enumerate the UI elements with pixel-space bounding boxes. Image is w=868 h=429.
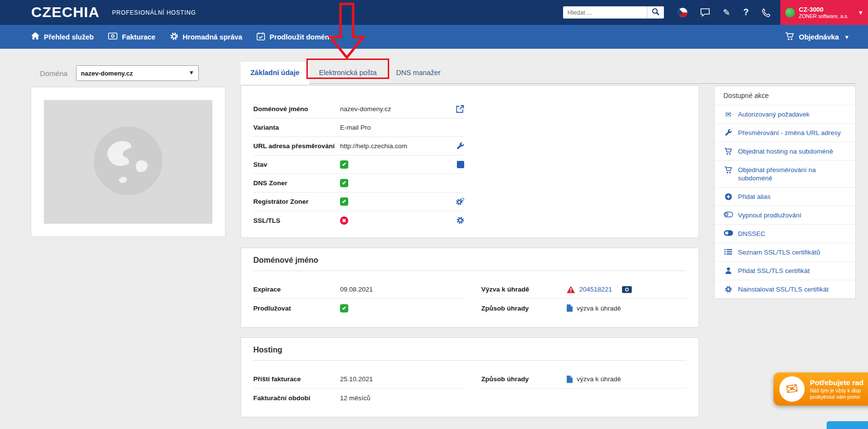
plus-circle-icon [723, 193, 733, 200]
row-label: Způsob úhrady [481, 375, 566, 383]
action-label: Přidat alias [738, 193, 771, 201]
nav-item-hromadna-sprava[interactable]: Hromadná správa [170, 32, 243, 42]
status-error-icon: ✖ [340, 216, 348, 225]
row-value: http://help.czechia.com [340, 142, 407, 150]
domain-selector: nazev-domeny.cz ▼ [76, 65, 199, 81]
file-icon [566, 304, 573, 312]
envelope-icon: ✉ [785, 381, 799, 397]
search-button[interactable] [647, 6, 664, 19]
logo[interactable]: CZECHIA [31, 4, 99, 20]
detail-tabs: Základní údaje Elektronická pošta DNS ma… [241, 62, 856, 84]
cart-icon [785, 32, 794, 42]
status-ok-icon: ✔ [340, 160, 348, 169]
row-value: 09.08.2021 [340, 286, 373, 293]
gears-icon[interactable] [456, 197, 464, 206]
row-value: 12 měsíců [340, 394, 370, 402]
file-icon [566, 375, 573, 383]
card-left-column: Příští fakturace 25.10.2021 Fakturační o… [253, 370, 464, 407]
wrench-icon [723, 129, 733, 136]
divider [253, 360, 686, 361]
gear-icon[interactable] [456, 216, 464, 224]
phone-icon[interactable] [762, 8, 771, 17]
external-link-icon[interactable] [456, 105, 464, 113]
cart-icon [723, 166, 733, 174]
table-row: SSL/TLS ✖ [253, 211, 464, 230]
table-row: Stav ✔ [253, 156, 464, 174]
site-preview-placeholder [44, 100, 212, 224]
tab-dns-manazer[interactable]: DNS manažer [386, 62, 450, 83]
calendar-check-icon [257, 32, 265, 42]
row-label: Stav [253, 161, 340, 168]
status-ok-icon: ✔ [340, 179, 348, 187]
search-input[interactable] [563, 6, 647, 19]
row-value: výzva k úhradě [577, 375, 621, 383]
action-vypnout-prodluzovani[interactable]: Vypnout prodlužování [715, 206, 855, 225]
account-menu[interactable]: CZ-3000 ZONER software, a.s. ▼ [780, 0, 868, 25]
help-icon[interactable]: ? [743, 7, 749, 18]
partially-visible-button[interactable] [827, 421, 868, 429]
home-icon [31, 32, 39, 41]
domain-preview-card [31, 87, 226, 237]
action-label: Přesměrování - změna URL adresy [738, 129, 841, 137]
table-row: Výzva k úhradě 204518221 [481, 280, 686, 299]
row-label: Expirace [253, 286, 340, 293]
action-label: DNSSEC [738, 230, 765, 238]
action-autorizovany-pozadavek[interactable]: ✉ Autorizovaný požadavek [715, 105, 855, 124]
table-row: DNS Zoner ✔ [253, 174, 464, 193]
action-presmerovani-url[interactable]: Přesměrování - změna URL adresy [715, 124, 855, 142]
globe-icon [92, 124, 165, 199]
account-code: CZ-3000 [799, 6, 849, 13]
action-nainstalovat-certifikat[interactable]: Nainstalovat SSL/TLS certifikát [715, 280, 855, 298]
help-widget-title: Potřebujete rad [810, 378, 864, 387]
action-pridat-alias[interactable]: Přidat alias [715, 188, 855, 206]
action-label: Seznam SSL/TLS certifikátů [738, 248, 820, 256]
row-label: DNS Zoner [253, 179, 340, 187]
blue-square-icon[interactable] [457, 161, 464, 168]
account-text: CZ-3000 ZONER software, a.s. [799, 6, 849, 19]
row-label: Fakturační období [253, 394, 340, 402]
domain-select[interactable]: nazev-domeny.cz [76, 65, 199, 81]
card-title: Hosting [253, 346, 283, 354]
basic-info-rows: Doménové jméno nazev-domeny.cz Varianta … [253, 100, 464, 230]
order-button-label: Objednávka [799, 33, 839, 41]
chevron-down-icon: ▼ [844, 34, 849, 40]
action-objednat-hosting-subdomena[interactable]: Objednat hosting na subdoméně [715, 142, 855, 161]
list-icon [723, 249, 733, 255]
action-label: Přidat SSL/TLS certifikát [738, 267, 810, 275]
action-label: Objednat hosting na subdoméně [738, 147, 833, 156]
row-label: Varianta [253, 124, 340, 131]
tab-zakladni-udaje[interactable]: Základní údaje [241, 62, 309, 84]
nav-item-prehled-sluzeb[interactable]: Přehled služeb [31, 32, 94, 41]
card-left-column: Expirace 09.08.2021 Prodlužovat ✔ [253, 280, 464, 317]
hosting-card: Hosting Příští fakturace 25.10.2021 Fakt… [241, 337, 699, 417]
tab-label: Elektronická pošta [319, 69, 377, 77]
action-dnssec[interactable]: DNSSEC [715, 225, 855, 243]
action-seznam-certifikatu[interactable]: Seznam SSL/TLS certifikátů [715, 243, 855, 262]
invoice-number-link[interactable]: 204518221 [579, 286, 612, 293]
table-row: URL adresa přesměrování http://help.czec… [253, 137, 464, 156]
czech-flag-icon[interactable] [678, 8, 687, 17]
table-row: Způsob úhrady výzva k úhradě [481, 370, 686, 389]
actions-title: Dostupné akce [715, 86, 855, 105]
nav-item-prodlouzit-domenu[interactable]: Prodloužit doménu [257, 32, 333, 42]
status-ok-icon: ✔ [340, 304, 348, 312]
table-row: Fakturační období 12 měsíců [253, 389, 464, 407]
chat-icon[interactable] [700, 8, 710, 17]
wrench-icon[interactable] [456, 142, 464, 150]
invoice-icon[interactable] [622, 286, 632, 293]
nav-item-label: Prodloužit doménu [269, 33, 333, 41]
help-chat-widget[interactable]: ✉ Potřebujete rad Náš tým je vždy k disp… [774, 372, 868, 406]
row-label: Doménové jméno [253, 105, 340, 113]
row-label: Registrátor Zoner [253, 198, 340, 205]
action-pridat-certifikat[interactable]: Přidat SSL/TLS certifikát [715, 262, 855, 280]
table-row: Registrátor Zoner ✔ [253, 193, 464, 211]
order-button[interactable]: Objednávka ▼ [785, 25, 849, 49]
pencil-icon[interactable]: ✎ [723, 8, 730, 17]
basic-info-card: Doménové jméno nazev-domeny.cz Varianta … [241, 85, 699, 238]
table-row: Expirace 09.08.2021 [253, 280, 464, 299]
action-objednat-presmerovani-subdomena[interactable]: Objednat přesměrování na subdoméně [715, 161, 855, 188]
nav-item-fakturace[interactable]: Fakturace [108, 33, 155, 41]
tab-elektronicka-posta[interactable]: Elektronická pošta [309, 62, 386, 83]
header-tagline: PROFESIONÁLNÍ HOSTING [112, 9, 196, 16]
gear-icon [723, 286, 733, 293]
